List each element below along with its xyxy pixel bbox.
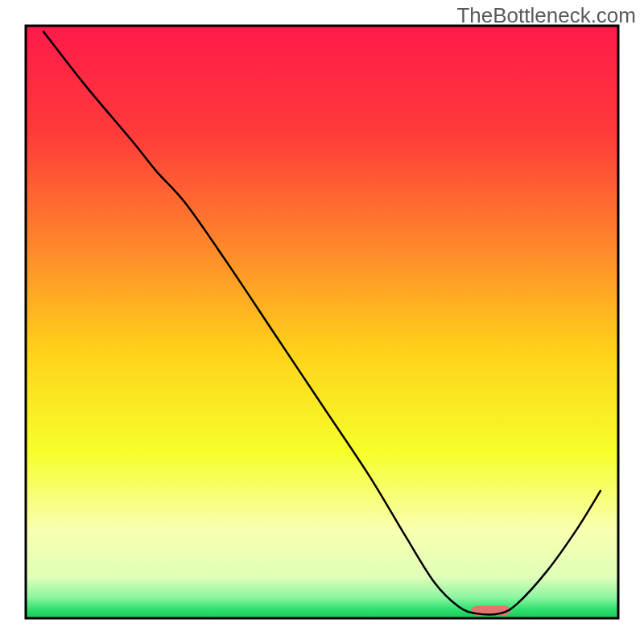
- bottleneck-chart: TheBottleneck.com: [0, 0, 644, 644]
- chart-svg: [0, 0, 644, 644]
- plot-background: [26, 26, 618, 618]
- watermark-text: TheBottleneck.com: [456, 3, 636, 28]
